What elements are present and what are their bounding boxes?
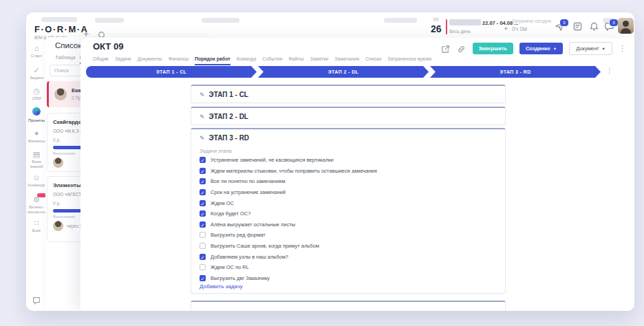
task-row: Ждем ОС (200, 197, 498, 208)
stage-segment-2[interactable]: ЭТАП 2 - DL (258, 66, 429, 78)
time-spent-value: 0ч 0м (512, 25, 527, 32)
tab-zatrachennoe-vremya[interactable]: Затраченное время (387, 56, 431, 65)
redacted-text (95, 18, 124, 23)
project-amount: 0 р. (53, 138, 61, 142)
list-view-tab-table[interactable]: Таблица (55, 54, 75, 61)
event-color-bar (446, 19, 447, 34)
external-link-icon[interactable] (441, 44, 451, 54)
stage-card-2[interactable]: ✎ ЭТАП 2 - DL (191, 107, 506, 125)
day-number: 26 (431, 24, 442, 34)
send-icon[interactable]: 3 (555, 21, 566, 32)
finish-button[interactable]: Завершить (473, 43, 513, 54)
tab-spiski[interactable]: Списки (365, 56, 381, 65)
checkbox[interactable] (200, 189, 206, 195)
notes-icon[interactable] (572, 21, 583, 32)
checkbox[interactable] (200, 232, 206, 238)
redacted-text (202, 18, 239, 23)
chevron-down-icon: ▼ (602, 47, 605, 51)
list-tab-title[interactable]: Список (55, 41, 81, 50)
detail-tabs: Общие Задачи Документы Финансы Порядок р… (93, 56, 431, 65)
sidebar-item-projects[interactable]: Проекты (26, 107, 47, 123)
checkbox[interactable] (200, 168, 206, 174)
stage-segment-1[interactable]: ЭТАП 1 - CL (86, 66, 257, 78)
crm-icon: ◷ (26, 87, 47, 95)
calendar-day[interactable]: Пт 26 (431, 18, 442, 34)
sidebar-item-crm[interactable]: ◷ CRM (26, 87, 47, 101)
progress-label: Выполнение (53, 215, 75, 219)
logo-title: F·O·R·M·A (34, 25, 88, 34)
checkbox[interactable] (200, 275, 206, 281)
task-list: Устранение замечаний, не касающихся верт… (200, 155, 498, 283)
stage-card-1[interactable]: ✎ ЭТАП 1 - CL (191, 85, 506, 103)
check-icon: ✓ (26, 66, 47, 74)
tab-zamechaniya[interactable]: Замечания (334, 56, 359, 65)
pencil-icon: ✎ (200, 113, 205, 120)
finance-icon: ✦ (26, 129, 47, 138)
progress-label: Выполнение (53, 151, 75, 155)
stage-segment-3[interactable]: ЭТАП 3 - RD (430, 66, 601, 78)
tab-dokumenty[interactable]: Документы (138, 56, 162, 65)
avatar (53, 221, 63, 231)
send-badge: 3 (559, 19, 569, 27)
home-icon: ⌂ (26, 44, 47, 52)
sidebar-item-business-processes[interactable]: ⚙ Бизнес-процессы (26, 195, 47, 214)
tab-sobytiya[interactable]: События (262, 56, 282, 65)
stage-card-3: ✎ ЭТАП 3 - RD Задачи этапа Устранение за… (191, 128, 506, 294)
checkbox[interactable] (200, 243, 206, 249)
pencil-icon: ✎ (200, 91, 205, 98)
document-dropdown-button[interactable]: Документ▼ (569, 42, 612, 55)
add-time-button[interactable]: + (504, 24, 508, 32)
tab-zametki[interactable]: Заметки (310, 56, 328, 65)
add-task-link[interactable]: Добавить задачу (200, 283, 243, 290)
sidebar-item-more[interactable]: ∷ Ещё (26, 219, 47, 233)
checkbox[interactable] (200, 254, 206, 260)
task-row: Выгрузить ред формат (200, 230, 498, 241)
sidebar-item-team[interactable]: ☺ Команда (26, 173, 47, 188)
chat-badge: 3 (609, 19, 619, 27)
task-row: Выгрузить двг Заказчику (200, 273, 498, 284)
checkbox[interactable] (200, 200, 206, 206)
tab-poryadok-rabot[interactable]: Порядок работ (195, 56, 230, 65)
task-row: Выгрузить Саше архив, когда примут альбо… (200, 241, 498, 252)
task-row: Срок на устранение замечаний (200, 187, 498, 198)
grid-icon: ∷ (26, 219, 47, 227)
bell-icon[interactable] (589, 21, 600, 32)
redacted-text (384, 18, 417, 23)
sidebar-item-knowledge-base[interactable]: ▤ База знаний (26, 150, 47, 169)
project-company: ООО «АГЕСТА (53, 192, 84, 197)
chat-icon[interactable]: 3 (604, 21, 615, 32)
time-spent-label: Затрачено сегодня (512, 19, 551, 23)
tab-zadachi[interactable]: Задачи (115, 56, 131, 65)
avatar (53, 157, 63, 168)
avatar (54, 88, 67, 100)
stage-more-icon[interactable]: ⋮ (606, 67, 613, 74)
user-avatar[interactable] (618, 18, 634, 34)
pencil-icon: ✎ (200, 135, 205, 142)
chevron-down-icon: ▼ (553, 47, 557, 51)
checkbox[interactable] (200, 210, 206, 217)
checkbox[interactable] (200, 157, 206, 163)
tab-finansy[interactable]: Финансы (169, 56, 189, 65)
stage-progress-bar: ЭТАП 1 - CL ЭТАП 2 - DL ЭТАП 3 - RD (86, 66, 602, 78)
app-window: F·O·R·M·A BIM & VR studio + Пт 26 22.07 … (26, 12, 634, 311)
checkbox[interactable] (200, 178, 206, 184)
checkbox[interactable] (200, 221, 206, 228)
tab-fayly[interactable]: Файлы (288, 56, 303, 65)
all-day-label: Весь день (449, 29, 471, 34)
create-dropdown-button[interactable]: Создание▼ (519, 43, 563, 54)
checkbox[interactable] (200, 264, 206, 270)
sidebar-item-finance[interactable]: ✦ Финансы (26, 129, 47, 144)
link-icon[interactable] (457, 44, 466, 54)
redacted-event-title (449, 19, 481, 25)
action-bar: Завершить Создание▼ Документ▼ ⋮ (441, 42, 626, 55)
sidebar-item-start[interactable]: ⌂ Старт (26, 44, 47, 58)
stage-card-next-partial[interactable] (191, 301, 506, 311)
redacted-text (41, 17, 77, 22)
tab-komanda[interactable]: Команда (237, 56, 257, 65)
task-row: Добавляем узлы в наш альбом? (200, 251, 498, 262)
sidebar-item-tasks[interactable]: ✓ Задачи (26, 66, 47, 80)
page-title: ОКТ 09 (93, 41, 123, 52)
tab-obshchie[interactable]: Общие (93, 56, 109, 65)
help-chat-icon[interactable] (32, 296, 41, 308)
more-options-icon[interactable]: ⋮ (619, 43, 626, 54)
